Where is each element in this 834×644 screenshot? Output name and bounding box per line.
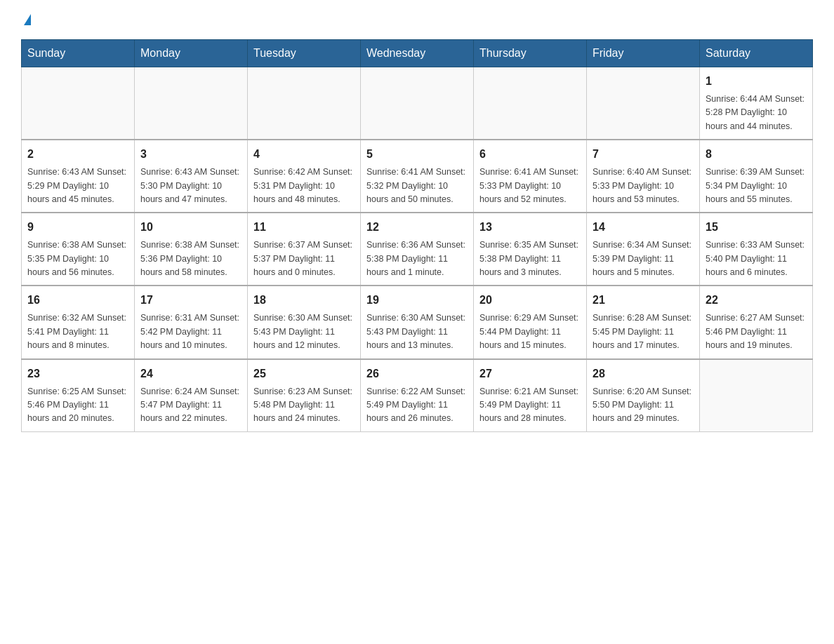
logo	[21, 14, 31, 25]
day-info: Sunrise: 6:22 AM Sunset: 5:49 PM Dayligh…	[366, 385, 468, 426]
day-of-week-header: Friday	[587, 40, 700, 67]
day-info: Sunrise: 6:33 AM Sunset: 5:40 PM Dayligh…	[706, 239, 807, 279]
day-number: 24	[140, 365, 241, 382]
day-number: 4	[253, 146, 355, 163]
table-row: 17Sunrise: 6:31 AM Sunset: 5:42 PM Dayli…	[135, 286, 248, 358]
day-number: 7	[593, 146, 694, 163]
table-row: 22Sunrise: 6:27 AM Sunset: 5:46 PM Dayli…	[700, 286, 813, 358]
day-number: 13	[479, 219, 581, 236]
day-info: Sunrise: 6:41 AM Sunset: 5:33 PM Dayligh…	[479, 166, 581, 206]
day-info: Sunrise: 6:41 AM Sunset: 5:32 PM Dayligh…	[366, 166, 468, 206]
table-row: 19Sunrise: 6:30 AM Sunset: 5:43 PM Dayli…	[361, 286, 474, 358]
table-row	[135, 67, 248, 140]
table-row: 23Sunrise: 6:25 AM Sunset: 5:46 PM Dayli…	[22, 359, 135, 432]
calendar-week-row: 1Sunrise: 6:44 AM Sunset: 5:28 PM Daylig…	[22, 67, 813, 140]
day-info: Sunrise: 6:23 AM Sunset: 5:48 PM Dayligh…	[253, 385, 355, 426]
calendar-header-row: SundayMondayTuesdayWednesdayThursdayFrid…	[22, 40, 813, 67]
table-row: 18Sunrise: 6:30 AM Sunset: 5:43 PM Dayli…	[248, 286, 361, 358]
table-row: 5Sunrise: 6:41 AM Sunset: 5:32 PM Daylig…	[361, 140, 474, 213]
day-info: Sunrise: 6:38 AM Sunset: 5:36 PM Dayligh…	[140, 239, 241, 279]
day-number: 3	[140, 146, 241, 163]
day-number: 15	[706, 219, 807, 236]
table-row: 27Sunrise: 6:21 AM Sunset: 5:49 PM Dayli…	[474, 359, 587, 432]
day-info: Sunrise: 6:27 AM Sunset: 5:46 PM Dayligh…	[706, 311, 807, 352]
day-of-week-header: Monday	[135, 40, 248, 67]
day-info: Sunrise: 6:31 AM Sunset: 5:42 PM Dayligh…	[140, 311, 241, 352]
table-row: 12Sunrise: 6:36 AM Sunset: 5:38 PM Dayli…	[361, 213, 474, 286]
table-row: 15Sunrise: 6:33 AM Sunset: 5:40 PM Dayli…	[700, 213, 813, 286]
day-number: 19	[366, 292, 468, 309]
day-number: 17	[140, 292, 241, 309]
table-row: 26Sunrise: 6:22 AM Sunset: 5:49 PM Dayli…	[361, 359, 474, 432]
calendar-week-row: 9Sunrise: 6:38 AM Sunset: 5:35 PM Daylig…	[22, 213, 813, 286]
table-row: 2Sunrise: 6:43 AM Sunset: 5:29 PM Daylig…	[22, 140, 135, 213]
table-row: 24Sunrise: 6:24 AM Sunset: 5:47 PM Dayli…	[135, 359, 248, 432]
day-number: 2	[27, 146, 128, 163]
calendar-week-row: 2Sunrise: 6:43 AM Sunset: 5:29 PM Daylig…	[22, 140, 813, 213]
day-number: 26	[366, 365, 468, 382]
table-row: 25Sunrise: 6:23 AM Sunset: 5:48 PM Dayli…	[248, 359, 361, 432]
day-number: 20	[479, 292, 581, 309]
day-number: 21	[593, 292, 694, 309]
day-number: 12	[366, 219, 468, 236]
table-row	[700, 359, 813, 432]
table-row: 11Sunrise: 6:37 AM Sunset: 5:37 PM Dayli…	[248, 213, 361, 286]
calendar-week-row: 23Sunrise: 6:25 AM Sunset: 5:46 PM Dayli…	[22, 359, 813, 432]
table-row: 6Sunrise: 6:41 AM Sunset: 5:33 PM Daylig…	[474, 140, 587, 213]
day-info: Sunrise: 6:36 AM Sunset: 5:38 PM Dayligh…	[366, 239, 468, 279]
table-row: 7Sunrise: 6:40 AM Sunset: 5:33 PM Daylig…	[587, 140, 700, 213]
day-number: 6	[479, 146, 581, 163]
day-number: 27	[479, 365, 581, 382]
day-of-week-header: Saturday	[700, 40, 813, 67]
day-info: Sunrise: 6:43 AM Sunset: 5:30 PM Dayligh…	[140, 166, 241, 206]
calendar-table: SundayMondayTuesdayWednesdayThursdayFrid…	[21, 39, 813, 432]
day-number: 1	[706, 73, 807, 90]
day-number: 11	[253, 219, 355, 236]
table-row: 10Sunrise: 6:38 AM Sunset: 5:36 PM Dayli…	[135, 213, 248, 286]
day-info: Sunrise: 6:30 AM Sunset: 5:43 PM Dayligh…	[253, 311, 355, 352]
day-info: Sunrise: 6:34 AM Sunset: 5:39 PM Dayligh…	[593, 239, 694, 279]
day-of-week-header: Wednesday	[361, 40, 474, 67]
table-row	[22, 67, 135, 140]
table-row: 14Sunrise: 6:34 AM Sunset: 5:39 PM Dayli…	[587, 213, 700, 286]
day-number: 23	[27, 365, 128, 382]
day-info: Sunrise: 6:37 AM Sunset: 5:37 PM Dayligh…	[253, 239, 355, 279]
day-number: 14	[593, 219, 694, 236]
table-row: 20Sunrise: 6:29 AM Sunset: 5:44 PM Dayli…	[474, 286, 587, 358]
table-row: 13Sunrise: 6:35 AM Sunset: 5:38 PM Dayli…	[474, 213, 587, 286]
day-number: 22	[706, 292, 807, 309]
table-row	[587, 67, 700, 140]
table-row: 1Sunrise: 6:44 AM Sunset: 5:28 PM Daylig…	[700, 67, 813, 140]
day-of-week-header: Tuesday	[248, 40, 361, 67]
day-info: Sunrise: 6:43 AM Sunset: 5:29 PM Dayligh…	[27, 166, 128, 206]
day-info: Sunrise: 6:29 AM Sunset: 5:44 PM Dayligh…	[479, 311, 581, 352]
day-of-week-header: Sunday	[22, 40, 135, 67]
table-row	[248, 67, 361, 140]
day-number: 5	[366, 146, 468, 163]
day-number: 28	[593, 365, 694, 382]
day-info: Sunrise: 6:32 AM Sunset: 5:41 PM Dayligh…	[27, 311, 128, 352]
day-number: 18	[253, 292, 355, 309]
day-info: Sunrise: 6:30 AM Sunset: 5:43 PM Dayligh…	[366, 311, 468, 352]
table-row	[474, 67, 587, 140]
day-number: 10	[140, 219, 241, 236]
table-row: 9Sunrise: 6:38 AM Sunset: 5:35 PM Daylig…	[22, 213, 135, 286]
day-of-week-header: Thursday	[474, 40, 587, 67]
day-info: Sunrise: 6:25 AM Sunset: 5:46 PM Dayligh…	[27, 385, 128, 426]
day-info: Sunrise: 6:42 AM Sunset: 5:31 PM Dayligh…	[253, 166, 355, 206]
day-number: 9	[27, 219, 128, 236]
day-number: 16	[27, 292, 128, 309]
day-info: Sunrise: 6:40 AM Sunset: 5:33 PM Dayligh…	[593, 166, 694, 206]
logo-triangle-icon	[24, 14, 31, 25]
page-header	[21, 14, 813, 25]
day-info: Sunrise: 6:20 AM Sunset: 5:50 PM Dayligh…	[593, 385, 694, 426]
table-row: 4Sunrise: 6:42 AM Sunset: 5:31 PM Daylig…	[248, 140, 361, 213]
table-row: 28Sunrise: 6:20 AM Sunset: 5:50 PM Dayli…	[587, 359, 700, 432]
day-info: Sunrise: 6:28 AM Sunset: 5:45 PM Dayligh…	[593, 311, 694, 352]
day-info: Sunrise: 6:35 AM Sunset: 5:38 PM Dayligh…	[479, 239, 581, 279]
table-row: 8Sunrise: 6:39 AM Sunset: 5:34 PM Daylig…	[700, 140, 813, 213]
day-info: Sunrise: 6:21 AM Sunset: 5:49 PM Dayligh…	[479, 385, 581, 426]
table-row	[361, 67, 474, 140]
calendar-week-row: 16Sunrise: 6:32 AM Sunset: 5:41 PM Dayli…	[22, 286, 813, 358]
day-info: Sunrise: 6:39 AM Sunset: 5:34 PM Dayligh…	[706, 166, 807, 206]
